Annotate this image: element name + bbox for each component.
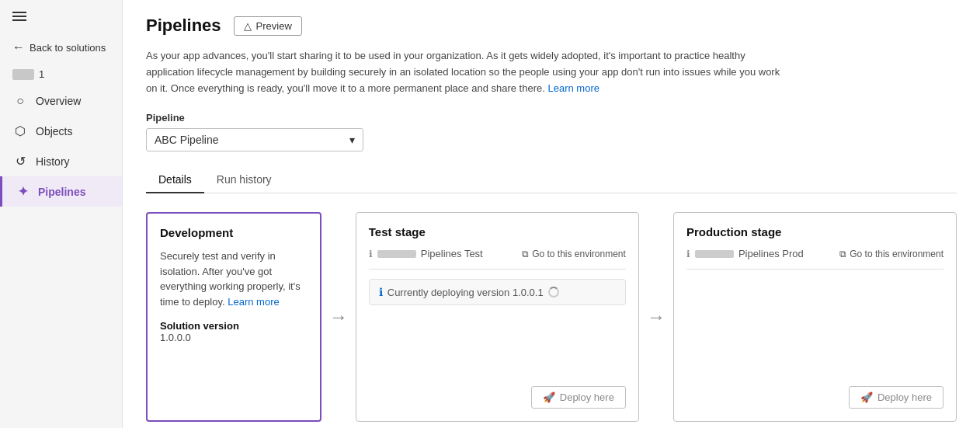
prod-deploy-btn-label: Deploy here [877,391,932,403]
sidebar-item-pipelines[interactable]: ✦ Pipelines [0,176,122,207]
back-arrow-icon: ← [12,40,25,54]
arrow-dev-to-test: → [321,306,356,328]
arrow-test-to-prod: → [639,306,673,328]
prod-go-to-env-label: Go to this environment [850,249,944,259]
description-body: As your app advances, you'll start shari… [146,50,780,94]
test-env-info-left: ℹ Pipelines Test [369,248,483,259]
development-stage-card: Development Securely test and verify in … [146,212,321,422]
sidebar-item-history[interactable]: ↺ History [0,146,122,176]
description-text: As your app advances, you'll start shari… [146,48,783,96]
tab-details[interactable]: Details [146,167,204,193]
page-header: Pipelines △ Preview [146,16,957,36]
pipeline-select[interactable]: ABC Pipeline ▾ [146,128,363,151]
prod-env-bar [695,250,734,258]
prod-info-icon: ℹ [686,249,690,259]
back-to-solutions[interactable]: ← Back to solutions [0,33,122,62]
test-env-name: Pipelines Test [421,248,483,259]
test-go-to-env[interactable]: ⧉ Go to this environment [522,249,626,259]
prod-divider [686,269,944,270]
sidebar: ← Back to solutions 1 ○ Overview ⬡ Objec… [0,0,123,428]
test-deploy-status: ℹ Currently deploying version 1.0.0.1 [369,279,626,305]
prod-env-name: Pipelines Prod [738,248,804,259]
back-label: Back to solutions [30,42,106,54]
prod-env-row: Production stage [686,225,944,238]
user-info: 1 [0,62,122,86]
preview-btn-label: Preview [256,20,292,32]
test-deploy-status-text: Currently deploying version 1.0.0.1 [387,287,544,298]
external-link-icon: ⧉ [839,249,846,259]
learn-more-link[interactable]: Learn more [547,82,599,94]
test-env-row: Test stage [369,225,626,238]
preview-icon: △ [244,20,252,32]
solution-version-value: 1.0.0.0 [160,332,308,343]
user-name: 1 [39,68,44,80]
avatar [12,69,34,80]
main-content: Pipelines △ Preview As your app advances… [123,0,980,428]
pipeline-label: Pipeline [146,112,957,124]
test-env-left: Test stage [369,225,426,238]
history-icon: ↺ [12,154,28,169]
test-deploy-btn-label: Deploy here [560,391,614,403]
prod-env-info-row: ℹ Pipelines Prod ⧉ Go to this environmen… [686,248,944,259]
page-title: Pipelines [146,16,221,36]
deploy-spinner [548,287,559,298]
tab-run-history[interactable]: Run history [204,167,284,193]
overview-icon: ○ [12,94,28,108]
pipeline-selected-value: ABC Pipeline [155,134,219,146]
tab-run-history-label: Run history [217,173,272,186]
prod-deploy-here-button[interactable]: 🚀 Deploy here [849,386,944,409]
production-stage-card: Production stage ℹ Pipelines Prod ⧉ Go t… [673,212,957,422]
sidebar-item-overview[interactable]: ○ Overview [0,86,122,116]
sidebar-item-label: Objects [36,125,72,137]
chevron-down-icon: ▾ [349,134,355,146]
status-info-icon: ℹ [379,286,383,298]
solution-version-label: Solution version [160,320,308,332]
hamburger-menu[interactable] [0,0,122,33]
deploy-rocket-icon: 🚀 [543,391,555,403]
development-desc: Securely test and verify in isolation. A… [160,249,308,309]
sidebar-item-label: History [36,155,70,168]
test-go-to-env-label: Go to this environment [532,249,626,259]
production-stage-title: Production stage [686,225,782,238]
test-env-info-row: ℹ Pipelines Test ⧉ Go to this environmen… [369,248,626,259]
development-stage-title: Development [160,226,308,239]
pipelines-icon: ✦ [15,184,30,199]
objects-icon: ⬡ [12,124,28,138]
stages-container: Development Securely test and verify in … [146,212,957,422]
prod-go-to-env[interactable]: ⧉ Go to this environment [839,249,944,259]
test-deploy-here-button[interactable]: 🚀 Deploy here [531,386,626,409]
prod-env-left: Production stage [686,225,782,238]
preview-button[interactable]: △ Preview [234,16,302,36]
tab-details-label: Details [158,173,192,186]
dev-learn-more-link[interactable]: Learn more [228,296,279,308]
sidebar-item-objects[interactable]: ⬡ Objects [0,116,122,146]
sidebar-item-label: Overview [36,95,81,107]
deploy-rocket-icon-prod: 🚀 [860,391,873,403]
test-env-bar [377,250,416,258]
sidebar-item-label: Pipelines [38,186,85,198]
prod-env-info-left: ℹ Pipelines Prod [686,248,804,259]
test-stage-card: Test stage ℹ Pipelines Test ⧉ Go to this… [356,212,639,422]
test-stage-title: Test stage [369,225,426,238]
tabs-bar: Details Run history [146,167,957,193]
test-divider [369,269,626,270]
external-link-icon: ⧉ [522,249,529,259]
test-info-icon: ℹ [369,249,373,259]
